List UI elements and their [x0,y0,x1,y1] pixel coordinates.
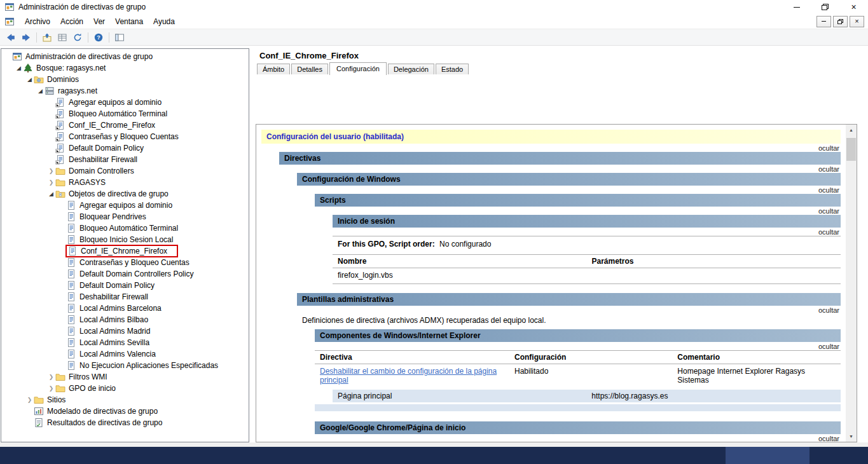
taskbar-app-button[interactable] [726,447,809,464]
tree-item-agregar-equipos-al-dominio[interactable]: Agregar equipos al dominio [1,200,249,211]
tab-ambito[interactable]: Ámbito [257,64,290,74]
minimize-button[interactable] [782,0,811,14]
split-view-button[interactable] [112,31,127,44]
tree-item-sitios[interactable]: ❯Sitios [1,394,249,406]
hide-link[interactable]: ocultar [818,186,839,194]
export-list-button[interactable] [55,31,70,44]
tree-item-no-ejecucion-aplicaciones-especificadas[interactable]: No Ejecucion Aplicaciones Especificadas [1,360,249,371]
restore-button[interactable] [811,0,839,14]
gpo-icon [66,212,76,222]
tab-detalles[interactable]: Detalles [291,64,328,74]
tree-item-deshabilitar-firewall[interactable]: Deshabilitar Firewall [1,291,249,303]
tree-item-content: Default Domain Policy [55,142,144,154]
title-bar: Administración de directivas de grupo × [0,0,868,14]
scroll-down-button[interactable]: ▼ [846,431,857,442]
tree-item-bosque-ragasys-net[interactable]: ◢Bosque: ragasys.net [1,62,249,74]
tree-item-local-admins-sevilla[interactable]: Local Admins Sevilla [1,337,249,348]
menu-bar-items: ArchivoAcciónVerVentanaAyuda [20,15,180,28]
collapse-icon[interactable]: ◢ [25,74,34,85]
hide-link[interactable]: ocultar [818,144,839,152]
minimize-icon [822,21,826,22]
tree-item-label: ragasys.net [58,86,97,95]
hide-link[interactable]: ocultar [818,165,839,173]
gpo-icon [66,360,76,371]
hide-link[interactable]: ocultar [818,343,839,350]
tree-item-domain-controllers[interactable]: ❯Domain Controllers [1,165,249,177]
tree-item-bloquear-pendrives[interactable]: Bloquear Pendrives [1,211,249,222]
collapse-icon[interactable]: ◢ [36,85,45,97]
tree-item-default-domain-policy[interactable]: Default Domain Policy [1,142,249,154]
tree-item-content: Sitios [34,394,65,406]
back-button[interactable] [3,31,18,44]
tree-item-content: Default Domain Policy [66,280,155,291]
tab-estado[interactable]: Estado [436,64,469,74]
tree-item-bloqueo-automatico-terminal[interactable]: Bloqueo Automático Terminal [1,222,249,234]
tree-item-dominios[interactable]: ◢Dominios [1,74,249,85]
tree-item-label: Local Admins Valencia [79,350,156,358]
tree-item-label: No Ejecucion Aplicaciones Especificadas [79,361,218,370]
tree-item-default-domain-policy[interactable]: Default Domain Policy [1,280,249,291]
tree-item-local-admins-barcelona[interactable]: Local Admins Barcelona [1,303,249,314]
refresh-button[interactable] [70,31,85,44]
tree-item-ragasys[interactable]: ❯RAGASYS [1,177,249,188]
tree-item-bloqueo-inicio-sesion-local[interactable]: Bloqueo Inicio Sesion Local [1,234,249,245]
tree-item-label: Resultados de directivas de grupo [47,418,162,427]
tree-item-resultados-de-directivas-de-grupo[interactable]: Resultados de directivas de grupo [1,417,249,428]
tree-item-content: Bloqueo Inicio Sesion Local [66,234,173,245]
menu-archivo[interactable]: Archivo [20,15,55,28]
tree-item-contrasenas-y-bloqueo-cuentas[interactable]: Contraseñas y Bloqueo Cuentas [1,131,249,142]
starter-folder-icon [55,383,65,393]
hide-link[interactable]: ocultar [818,228,839,236]
expand-icon[interactable]: ❯ [47,383,55,394]
tab-delegacion[interactable]: Delegación [388,64,434,74]
tree-item-bloqueo-automatico-terminal[interactable]: Bloqueo Automático Terminal [1,108,249,119]
tree-item-modelado-de-directivas-de-grupo[interactable]: Modelado de directivas de grupo [1,406,249,417]
collapse-icon[interactable]: ◢ [47,188,55,200]
menu-ver[interactable]: Ver [88,15,110,28]
scroll-up-button[interactable]: ▲ [846,125,857,135]
tree-item-deshabilitar-firewall[interactable]: Deshabilitar Firewall [1,154,249,165]
help-button[interactable]: ? [91,31,106,44]
tree-item-administracion-de-directivas-de-grupo[interactable]: Administración de directivas de grupo [1,51,249,62]
expand-icon[interactable]: ❯ [47,177,55,188]
expand-icon[interactable]: ❯ [47,165,55,177]
hide-link[interactable]: ocultar [818,435,839,442]
tree-item-conf-ie-chrome-firefox[interactable]: Conf_IE_Chrome_Firefox [1,119,249,131]
tree-item-content: Bloqueo Automático Terminal [55,108,167,119]
directives-title: Directivas [284,154,320,163]
tree-item-objetos-de-directiva-de-grupo[interactable]: ◢Objetos de directiva de grupo [1,188,249,200]
tree-item-filtros-wmi[interactable]: ❯Filtros WMI [1,371,249,383]
mdi-restore-button[interactable] [833,16,848,27]
mdi-minimize-button[interactable] [816,16,831,27]
hide-link[interactable]: ocultar [818,306,839,314]
tree-item-agregar-equipos-al-dominio[interactable]: Agregar equipos al dominio [1,97,249,108]
gpo-icon [67,246,78,256]
tree-item-local-admins-bilbao[interactable]: Local Admins Bilbao [1,314,249,325]
forest-icon [23,63,33,73]
collapse-icon[interactable]: ◢ [15,62,23,74]
tree-item-contrasenas-y-bloqueo-cuentas[interactable]: Contraseñas y Bloqueo Cuentas [1,257,249,268]
hide-link[interactable]: ocultar [818,207,839,215]
mdi-close-button[interactable]: × [850,16,864,27]
tree-item-conf-ie-chrome-firefox[interactable]: Conf_IE_Chrome_Firefox [1,245,249,257]
tree-item-gpo-de-inicio[interactable]: ❯GPO de inicio [1,383,249,394]
close-button[interactable]: × [839,0,868,14]
tree-item-ragasys-net[interactable]: ◢ragasys.net [1,85,249,97]
tree-item-default-domain-controllers-policy[interactable]: Default Domain Controllers Policy [1,268,249,280]
policy-link[interactable]: Deshabilitar el cambio de configuración … [320,367,497,385]
expand-icon[interactable]: ❯ [47,371,55,383]
up-level-button[interactable] [39,31,55,44]
expand-icon[interactable]: ❯ [25,394,34,406]
tree-item-local-admins-valencia[interactable]: Local Admins Valencia [1,348,249,360]
report-scrollbar[interactable]: ▲ ▼ [846,125,857,442]
scrollbar-thumb[interactable] [846,138,856,161]
menu-ventana[interactable]: Ventana [110,15,148,28]
forward-button[interactable] [18,31,34,44]
tree-item-content: Local Admins Valencia [66,348,156,360]
tab-configuracion[interactable]: Configuración [329,62,387,75]
close-icon: × [851,3,856,11]
menu-accion[interactable]: Acción [55,15,88,28]
menu-ayuda[interactable]: Ayuda [148,15,180,28]
tree-item-local-admins-madrid[interactable]: Local Admins Madrid [1,325,249,337]
console-tree-pane: Administración de directivas de grupo◢Bo… [1,48,249,442]
